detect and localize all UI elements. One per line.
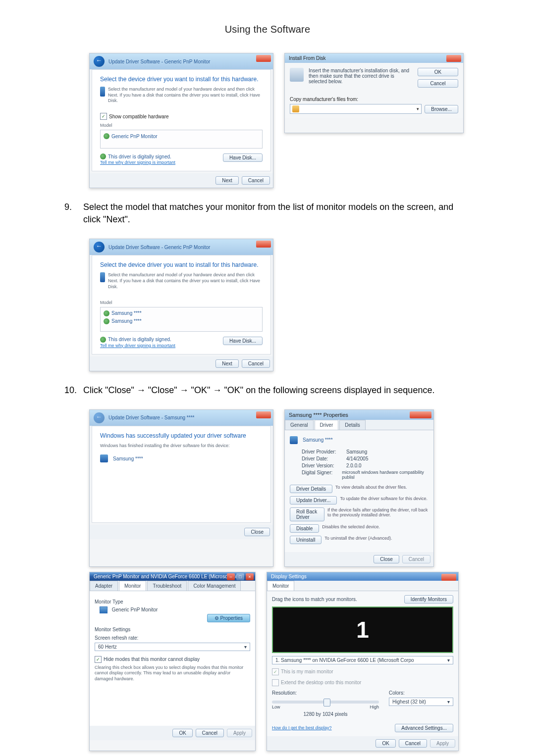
tab-details[interactable]: Details	[339, 420, 366, 430]
step-9: 9. Select the model that matches your mo…	[64, 201, 471, 226]
signing-link[interactable]: Tell me why driver signing is important	[100, 343, 175, 348]
signed-label: This driver is digitally signed.	[108, 337, 171, 342]
chip-icon	[100, 454, 108, 462]
cancel-button[interactable]: Cancel	[196, 729, 224, 737]
cancel-button[interactable]: Cancel	[399, 739, 427, 748]
hide-modes-checkbox[interactable]: ✓ Hide modes that this monitor cannot di…	[95, 656, 250, 663]
chip-icon	[100, 272, 105, 282]
apply-button[interactable]: Apply	[430, 739, 455, 748]
install-from-disk-dialog: Install From Disk Insert the manufacture…	[284, 53, 464, 133]
close-icon[interactable]	[410, 411, 431, 418]
rollback-driver-button[interactable]: Roll Back Driver	[290, 507, 324, 521]
next-button[interactable]: Next	[215, 359, 239, 368]
tab-color-management[interactable]: Color Management	[188, 581, 241, 591]
have-disk-button[interactable]: Have Disk...	[223, 153, 263, 162]
wizard-body: Windows has finished installing the driv…	[100, 443, 263, 449]
chip-icon	[290, 436, 298, 444]
breadcrumb: Update Driver Software - Generic PnP Mon…	[108, 59, 210, 64]
chip-icon	[100, 87, 105, 97]
uninstall-button[interactable]: Uninstall	[290, 536, 321, 544]
tab-driver[interactable]: Driver	[315, 420, 339, 430]
browse-button[interactable]: Browse...	[425, 105, 458, 113]
refresh-rate-select[interactable]: 60 Hertz▾	[95, 643, 250, 651]
slider-low: Low	[272, 705, 280, 709]
back-icon[interactable]	[94, 242, 105, 252]
tab-monitor[interactable]: Monitor	[119, 581, 146, 591]
panel-label: Model	[100, 300, 263, 305]
back-icon	[94, 412, 105, 423]
have-disk-button[interactable]: Have Disk...	[223, 337, 263, 345]
monitor-icon	[104, 310, 109, 316]
ok-button[interactable]: OK	[375, 739, 395, 748]
dialog-title: Install From Disk	[289, 55, 325, 61]
tab-adapter[interactable]: Adapter	[90, 581, 118, 591]
apply-button[interactable]: Apply	[227, 729, 252, 737]
wizard-heading: Select the device driver you want to ins…	[100, 261, 263, 268]
monitor-type-value: Generic PnP Monitor	[112, 606, 158, 612]
close-icon[interactable]: ×	[246, 573, 254, 580]
resolution-slider[interactable]	[272, 701, 379, 704]
dropdown-icon: ▾	[447, 657, 450, 663]
next-button[interactable]: Next	[215, 176, 239, 185]
dialog-title: Display Settings	[271, 574, 307, 579]
signing-link[interactable]: Tell me why driver signing is important	[100, 160, 175, 165]
show-compatible-checkbox[interactable]: ✓ Show compatible hardware	[100, 113, 263, 120]
ok-button[interactable]: OK	[172, 729, 192, 737]
back-icon[interactable]	[94, 56, 105, 67]
wizard-body: Select the manufacturer and model of you…	[108, 272, 263, 290]
step-number: 9.	[64, 201, 83, 226]
disable-button[interactable]: Disable	[290, 524, 319, 533]
monitor-number: 1	[356, 616, 369, 643]
close-button[interactable]: Close	[244, 528, 270, 536]
ok-button[interactable]: OK	[418, 68, 458, 76]
resolution-label: Resolution:	[272, 690, 379, 696]
colors-select[interactable]: Highest (32 bit)▾	[389, 698, 453, 706]
update-driver-complete: Update Driver Software - Samsung **** Wi…	[89, 409, 273, 567]
help-link[interactable]: How do I get the best display?	[272, 725, 332, 730]
cancel-button[interactable]: Cancel	[402, 555, 430, 563]
driver-version-value: 2.0.0.0	[346, 463, 362, 468]
dialog-title: Generic PnP Monitor and NVIDIA GeForce 6…	[94, 574, 242, 579]
properties-button[interactable]: ⚙ Properties	[207, 614, 250, 622]
cancel-button[interactable]: Cancel	[418, 79, 458, 88]
dropdown-icon[interactable]: ▾	[417, 106, 419, 111]
driver-details-button[interactable]: Driver Details	[290, 485, 332, 493]
tab-troubleshoot[interactable]: Troubleshoot	[147, 581, 187, 591]
close-icon[interactable]	[446, 55, 461, 62]
update-driver-button[interactable]: Update Driver...	[290, 496, 337, 504]
monitor-select[interactable]: 1. Samsung **** on NVIDIA GeForce 6600 L…	[272, 656, 453, 664]
close-button[interactable]: Close	[374, 555, 399, 563]
cancel-button[interactable]: Cancel	[242, 176, 270, 185]
close-icon[interactable]	[441, 574, 456, 581]
minimize-icon[interactable]: –	[227, 573, 235, 580]
page-title: Using the Software	[64, 24, 471, 35]
dropdown-icon: ▾	[447, 699, 450, 705]
advanced-settings-button[interactable]: Advanced Settings...	[395, 724, 453, 732]
maximize-icon[interactable]: □	[236, 573, 244, 580]
close-icon[interactable]	[256, 241, 271, 248]
driver-date-value: 4/14/2005	[346, 456, 369, 461]
driver-properties-dialog: Samsung **** Properties General Driver D…	[284, 409, 434, 567]
monitor-preview[interactable]: 1	[272, 606, 453, 653]
checkbox-label: Hide modes that this monitor cannot disp…	[104, 656, 200, 662]
cancel-button[interactable]: Cancel	[242, 359, 270, 368]
tab-general[interactable]: General	[285, 420, 314, 430]
copy-from-label: Copy manufacturer's files from:	[290, 97, 458, 102]
identify-monitors-button[interactable]: Identify Monitors	[404, 595, 453, 604]
checkbox-label: This is my main monitor	[281, 669, 333, 674]
resolution-value: 1280 by 1024 pixels	[272, 711, 379, 717]
model-item[interactable]: Generic PnP Monitor	[104, 132, 259, 140]
model-item[interactable]: Samsung ****	[104, 309, 259, 317]
display-settings-dialog: Display Settings Monitor Drag the icons …	[267, 572, 459, 751]
driver-version-label: Driver Version:	[302, 463, 346, 468]
monitor-icon	[100, 606, 107, 613]
path-input[interactable]: ▾	[290, 104, 422, 114]
close-icon[interactable]	[256, 55, 271, 62]
close-icon[interactable]	[256, 411, 271, 418]
tab-monitor[interactable]: Monitor	[267, 581, 294, 591]
colors-label: Colors:	[389, 690, 453, 696]
monitor-icon	[104, 133, 109, 139]
rollback-driver-desc: If the device fails after updating the d…	[327, 507, 428, 517]
breadcrumb: Update Driver Software - Generic PnP Mon…	[108, 245, 210, 250]
model-item[interactable]: Samsung ****	[104, 317, 259, 325]
